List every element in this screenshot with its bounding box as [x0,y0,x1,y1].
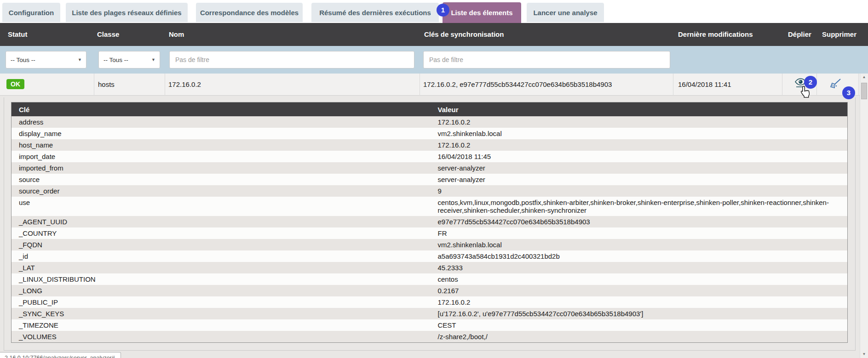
tab-label: Liste des élements [451,9,512,17]
tab-label: Lancer une analyse [533,9,597,17]
detail-row: source server-analyzer [11,174,848,185]
detail-row: host_name 172.16.0.2 [11,139,848,151]
detail-row: display_name vm2.shinkenlab.local [11,128,848,139]
annotation-badge-3: 3 [842,86,855,99]
tab-liste-elements[interactable]: Liste des élements [443,2,521,23]
annotation-badge-1: 1 [437,4,449,17]
column-divider [816,74,817,96]
detail-row-value: server-analyzer [436,174,848,185]
scrollbar-thumb[interactable] [861,83,867,99]
detail-row-key: _PUBLIC_IP [11,296,436,308]
status-url-text: 2.16.0.10:7766/analyzers/server_analyzer… [5,355,115,358]
row-name: 172.16.0.2 [168,74,201,96]
tab-label: Résumé des dernières exécutions [319,9,431,17]
detail-row-value: 172.16.0.2 [436,139,848,151]
detail-row: _LAT 45.2333 [11,262,848,273]
hand-cursor-icon [799,85,811,101]
detail-row-value: vm2.shinkenlab.local [436,239,848,250]
detail-row: imported_from server-analyzer [11,162,848,174]
tab-plages-reseaux[interactable]: Liste des plages réseaux définies [66,3,188,22]
class-filter-value: -- Tous -- [103,57,128,63]
detail-row-value: centos,kvm,linux,mongodb,postfix,shinken… [436,197,848,216]
tab-label: Configuration [9,9,54,17]
scroll-up-arrow-icon[interactable]: ▲ [860,74,868,81]
column-header-classe: Classe [97,23,119,46]
detail-row-key: import_date [11,151,436,162]
row-sync-keys: 172.16.0.2, e97e777d55cb534427cc070e634b… [423,74,612,96]
detail-row-value: server-analyzer [436,162,848,174]
detail-row-key: _SYNC_KEYS [11,308,436,319]
keys-filter-input[interactable] [423,51,670,68]
detail-row: _id a5a693743a584cb1931d2c400321bd2b [11,250,848,262]
broom-icon[interactable] [830,78,842,92]
column-divider [420,74,420,96]
row-modified: 16/04/2018 11:41 [678,74,731,96]
scroll-down-arrow-icon[interactable]: ▼ [860,351,868,358]
detail-row-value: [u'172.16.0.2', u'e97e777d55cb534427cc07… [436,308,848,319]
tab-bar: Configuration Liste des plages réseaux d… [0,0,868,23]
name-filter-input[interactable] [169,51,414,68]
detail-row: _FQDN vm2.shinkenlab.local [11,239,848,250]
detail-row: address 172.16.0.2 [11,116,848,128]
detail-row: _VOLUMES /z-share2,/boot,/ [11,331,848,343]
tab-correspondance-modeles[interactable]: Correspondance des modèles [196,3,303,22]
column-header-derniere-modifications: Dernière modifications [678,23,753,46]
tab-configuration[interactable]: Configuration [2,3,60,22]
row-class: hosts [98,74,115,96]
detail-row-value: 16/04/2018 11:45 [436,151,848,162]
tab-label: Correspondance des modèles [200,9,299,17]
detail-row-value: 0.2167 [436,285,848,296]
detail-row: source_order 9 [11,185,848,197]
detail-row-value: 172.16.0.2 [436,116,848,128]
status-filter-select[interactable]: -- Tous -- ▼ [6,51,86,68]
detail-row-value: FR [436,227,848,239]
detail-row: _LONG 0.2167 [11,285,848,296]
detail-row-key: _AGENT_UUID [11,216,436,227]
column-divider [94,74,94,96]
detail-row-key: _FQDN [11,239,436,250]
detail-row-key: _LINUX_DISTRIBUTION [11,273,436,285]
detail-row: _COUNTRY FR [11,227,848,239]
table-column-header: Statut Classe Nom Clés de synchronisatio… [0,23,868,46]
filter-row: -- Tous -- ▼ -- Tous -- ▼ [0,46,868,74]
detail-row-value: centos [436,273,848,285]
tab-resume-executions[interactable]: Résumé des dernières exécutions [311,3,439,22]
detail-row-key: imported_from [11,162,436,174]
table-row[interactable]: OK hosts 172.16.0.2 172.16.0.2, e97e777d… [0,74,860,96]
vertical-scrollbar[interactable]: ▲ ▼ [860,74,868,358]
detail-header-key: Clé [11,102,436,117]
detail-row-key: display_name [11,128,436,139]
detail-row-key: host_name [11,139,436,151]
column-header-supprimer: Supprimer [822,23,857,46]
detail-row-key: _id [11,250,436,262]
class-filter-select[interactable]: -- Tous -- ▼ [98,51,160,68]
detail-row-key: source_order [11,185,436,197]
detail-row: import_date 16/04/2018 11:45 [11,151,848,162]
tab-lancer-analyse[interactable]: Lancer une analyse [527,3,604,22]
tab-label: Liste des plages réseaux définies [72,9,181,17]
column-header-statut: Statut [8,23,28,46]
detail-row-key: _TIMEZONE [11,319,436,331]
column-divider [673,74,673,96]
detail-table-header: Clé Valeur [11,102,848,117]
detail-row-value: CEST [436,319,848,331]
detail-row-value: vm2.shinkenlab.local [436,128,848,139]
detail-row-key: _COUNTRY [11,227,436,239]
detail-row-key: address [11,116,436,128]
detail-key-value-table: Clé Valeur address 172.16.0.2 display_na… [11,102,848,343]
status-url-tooltip: 2.16.0.10:7766/analyzers/server_analyzer… [0,352,121,358]
detail-row: _AGENT_UUID e97e777d55cb534427cc070e634b… [11,216,848,227]
chevron-down-icon: ▼ [78,57,82,62]
status-filter-value: -- Tous -- [11,57,35,63]
detail-row: _PUBLIC_IP 172.16.0.2 [11,296,848,308]
column-header-deplier: Déplier [788,23,811,46]
detail-row: _TIMEZONE CEST [11,319,848,331]
detail-row-value: e97e777d55cb534427cc070e634b65b3518b4903 [436,216,848,227]
detail-row: use centos,kvm,linux,mongodb,postfix,shi… [11,197,848,216]
detail-row-value: 45.2333 [436,262,848,273]
column-header-nom: Nom [169,23,184,46]
detail-row-key: source [11,174,436,185]
status-badge: OK [6,79,24,89]
detail-row-key: _LAT [11,262,436,273]
detail-row-value: 172.16.0.2 [436,296,848,308]
